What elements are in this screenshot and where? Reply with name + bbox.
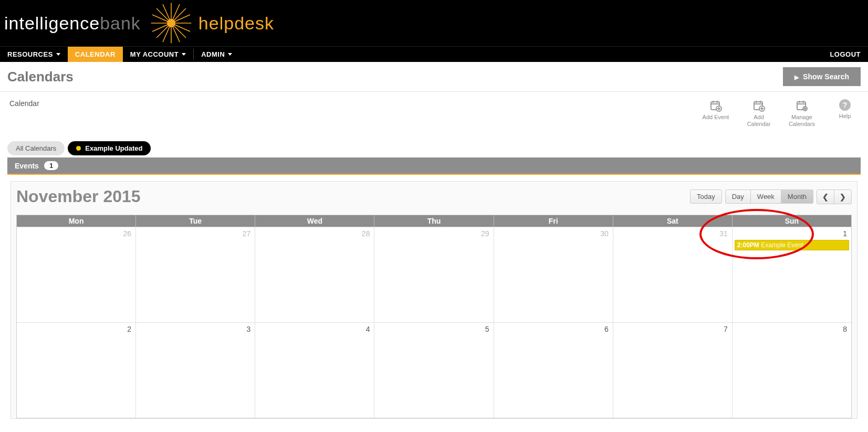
weekday-header: Mon Tue Wed Thu Fri Sat Sun bbox=[17, 215, 851, 227]
brand-part2: bank bbox=[100, 13, 141, 33]
calendar-cell[interactable]: 1 2:00PM Example Event bbox=[733, 227, 851, 322]
view-month-button[interactable]: Month bbox=[781, 189, 813, 204]
svg-line-8 bbox=[171, 8, 186, 23]
weekday-cell: Mon bbox=[17, 215, 136, 227]
date-number: 7 bbox=[724, 325, 728, 333]
calendar-cell[interactable]: 3 bbox=[136, 322, 255, 418]
calendar-cell[interactable]: 29 bbox=[374, 227, 494, 322]
calendar-cell[interactable]: 5 bbox=[374, 322, 494, 418]
event-time: 2:00PM bbox=[737, 241, 759, 249]
next-month-button[interactable]: ❯ bbox=[834, 189, 852, 204]
events-bar: Events 1 bbox=[7, 157, 861, 175]
date-number: 27 bbox=[243, 229, 251, 238]
product-name: helpdesk bbox=[198, 13, 274, 34]
view-switcher: Day Week Month bbox=[725, 189, 813, 204]
nav-calendar[interactable]: CALENDAR bbox=[68, 47, 123, 62]
date-number: 28 bbox=[362, 229, 370, 238]
date-number: 29 bbox=[481, 229, 489, 238]
event-title: Example Event bbox=[761, 241, 803, 249]
nav-resources[interactable]: RESOURCES bbox=[0, 47, 68, 62]
help-icon: ? bbox=[839, 99, 851, 111]
weekday-cell: Sat bbox=[613, 215, 733, 227]
calendar-cell[interactable]: 27 bbox=[136, 227, 255, 322]
chevron-down-icon bbox=[228, 53, 232, 56]
triangle-right-icon: ▶ bbox=[794, 74, 799, 80]
add-calendar-button[interactable]: Add Calendar bbox=[743, 99, 775, 128]
help-button[interactable]: ? Help bbox=[829, 99, 861, 120]
calendar-cell[interactable]: 30 bbox=[494, 227, 613, 322]
app-header: intelligencebank helpdesk bbox=[0, 0, 868, 46]
date-number: 30 bbox=[600, 229, 609, 238]
view-week-button[interactable]: Week bbox=[750, 189, 781, 204]
events-count: 1 bbox=[44, 161, 58, 170]
calendar-cell[interactable]: 31 bbox=[613, 227, 733, 322]
calendar-cell[interactable]: 28 bbox=[255, 227, 374, 322]
calendar-grid: Mon Tue Wed Thu Fri Sat Sun 26 27 28 29 … bbox=[16, 215, 852, 418]
calendar-tabs: All Calendars Example Updated bbox=[0, 132, 868, 157]
show-search-label: Show Search bbox=[803, 72, 849, 81]
date-number: 31 bbox=[719, 229, 728, 238]
chevron-down-icon bbox=[182, 53, 186, 56]
tab-label: Example Updated bbox=[85, 144, 142, 152]
nav-my-account[interactable]: MY ACCOUNT bbox=[123, 47, 193, 62]
date-number: 8 bbox=[843, 325, 847, 333]
nav-logout[interactable]: LOGOUT bbox=[822, 47, 868, 62]
calendar-cell[interactable]: 7 bbox=[613, 322, 733, 418]
month-title: November 2015 bbox=[16, 187, 141, 206]
view-day-button[interactable]: Day bbox=[725, 189, 751, 204]
calendar-add-icon bbox=[752, 99, 765, 112]
nav-admin[interactable]: ADMIN bbox=[194, 47, 239, 62]
nav-label: ADMIN bbox=[201, 50, 225, 58]
calendar-controls: Today Day Week Month ❮ ❯ bbox=[690, 189, 852, 204]
calendar-cell[interactable]: 8 bbox=[733, 322, 851, 418]
toolbar: Add Event Add Calendar Manage Calendars … bbox=[700, 99, 861, 128]
main-nav: RESOURCES CALENDAR MY ACCOUNT ADMIN LOGO… bbox=[0, 46, 868, 62]
calendar-panel: November 2015 Today Day Week Month ❮ ❯ M… bbox=[11, 181, 857, 419]
month-nav: ❮ ❯ bbox=[817, 189, 852, 204]
calendar-header: November 2015 Today Day Week Month ❮ ❯ bbox=[16, 186, 852, 209]
brand-logo: intelligencebank bbox=[4, 13, 141, 34]
weekday-cell: Tue bbox=[136, 215, 255, 227]
calendar-cell[interactable]: 2 bbox=[17, 322, 136, 418]
add-event-button[interactable]: Add Event bbox=[700, 99, 731, 121]
nav-label: CALENDAR bbox=[75, 50, 116, 58]
calendar-gear-icon bbox=[796, 99, 808, 112]
svg-line-7 bbox=[171, 23, 186, 38]
nav-label: MY ACCOUNT bbox=[130, 50, 179, 58]
calendar-row: 26 27 28 29 30 31 1 2:00PM Example Event bbox=[17, 227, 851, 322]
date-number: 2 bbox=[127, 325, 131, 333]
calendar-cell[interactable]: 4 bbox=[255, 322, 374, 418]
weekday-cell: Thu bbox=[374, 215, 494, 227]
weekday-cell: Wed bbox=[255, 215, 374, 227]
weekday-cell: Fri bbox=[494, 215, 613, 227]
date-number: 6 bbox=[604, 325, 609, 333]
title-bar: Calendars ▶Show Search bbox=[0, 62, 868, 92]
calendar-row: 2 3 4 5 6 7 8 bbox=[17, 322, 851, 418]
events-label: Events bbox=[15, 162, 39, 170]
weekday-cell: Sun bbox=[733, 215, 851, 227]
tool-label: Add Calendar bbox=[743, 114, 775, 128]
calendar-cell[interactable]: 6 bbox=[494, 322, 613, 418]
tool-label: Help bbox=[839, 113, 851, 120]
event-chip[interactable]: 2:00PM Example Event bbox=[735, 240, 849, 250]
tool-label: Add Event bbox=[703, 114, 729, 121]
color-dot-icon bbox=[76, 146, 81, 151]
chevron-down-icon bbox=[56, 53, 60, 56]
calendar-cell[interactable]: 26 bbox=[17, 227, 136, 322]
svg-point-36 bbox=[803, 107, 807, 111]
svg-line-6 bbox=[156, 8, 171, 23]
sun-icon bbox=[150, 2, 192, 44]
manage-calendars-button[interactable]: Manage Calendars bbox=[786, 99, 818, 128]
tab-all-calendars[interactable]: All Calendars bbox=[7, 141, 65, 155]
show-search-button[interactable]: ▶Show Search bbox=[783, 67, 861, 86]
nav-label: RESOURCES bbox=[7, 50, 53, 58]
tool-label: Manage Calendars bbox=[786, 114, 818, 128]
calendar-plus-icon bbox=[709, 99, 722, 112]
prev-month-button[interactable]: ❮ bbox=[817, 189, 834, 204]
date-number: 4 bbox=[366, 325, 370, 333]
breadcrumb: Calendar bbox=[9, 99, 39, 128]
tab-example-updated[interactable]: Example Updated bbox=[68, 141, 151, 155]
date-number: 1 bbox=[843, 229, 847, 238]
today-button[interactable]: Today bbox=[690, 189, 722, 204]
breadcrumb-bar: Calendar Add Event Add Calendar Manage C… bbox=[0, 92, 868, 132]
